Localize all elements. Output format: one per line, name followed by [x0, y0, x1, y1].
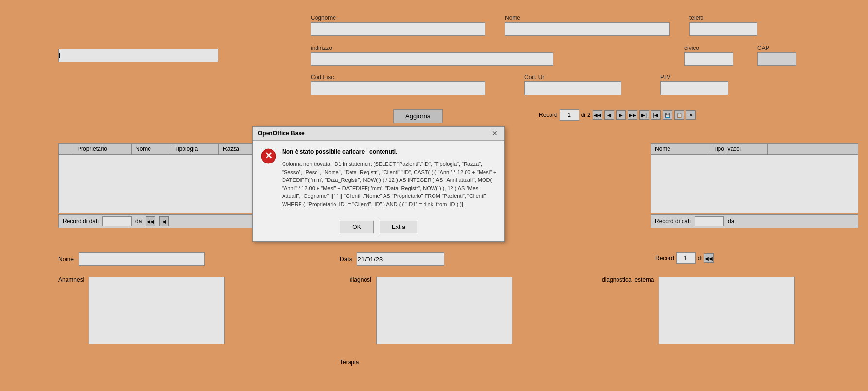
dialog-extra-button[interactable]: Extra — [380, 221, 417, 233]
dialog-title: OpenOffice Base — [258, 130, 305, 137]
dialog-body: ✕ Non è stato possibile caricare i conte… — [253, 141, 504, 216]
dialog-ok-button[interactable]: OK — [340, 221, 374, 233]
error-icon: ✕ — [261, 148, 276, 164]
dialog-main-message: Non è stato possibile caricare i contenu… — [282, 148, 497, 155]
dialog-buttons: OK Extra — [253, 216, 504, 241]
dialog-titlebar: OpenOffice Base ✕ — [253, 127, 504, 141]
dialog-message-area: Non è stato possibile caricare i contenu… — [282, 148, 497, 208]
dialog-close-button[interactable]: ✕ — [490, 130, 500, 137]
svg-text:✕: ✕ — [265, 150, 273, 161]
error-dialog: OpenOffice Base ✕ ✕ Non è stato possibil… — [252, 126, 505, 242]
dialog-detail-message: Colonna non trovata: ID1 in statement [S… — [282, 160, 497, 208]
